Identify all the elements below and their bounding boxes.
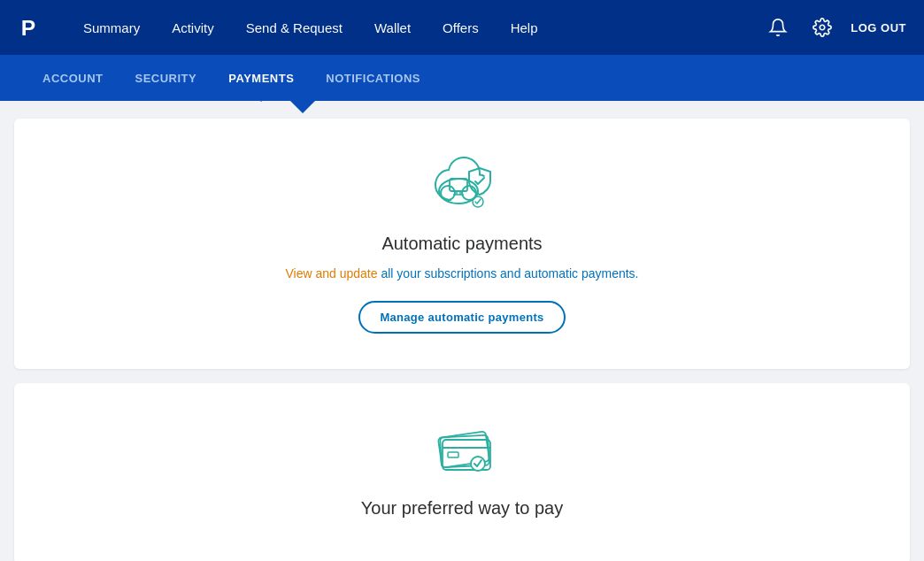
preferred-pay-card: Your preferred way to pay bbox=[14, 383, 910, 561]
automatic-payments-title: Automatic payments bbox=[381, 234, 542, 254]
automatic-payments-card: Automatic payments View and update all y… bbox=[14, 119, 910, 369]
svg-text:P: P bbox=[21, 16, 35, 40]
description-orange-text: View and update bbox=[286, 266, 381, 280]
main-content: Automatic payments View and update all y… bbox=[0, 101, 924, 561]
nav-offers[interactable]: Offers bbox=[427, 0, 495, 55]
automatic-payments-icon bbox=[427, 154, 497, 216]
nav-send-request[interactable]: Send & Request bbox=[230, 0, 358, 55]
sub-nav-payments[interactable]: PAYMENTS bbox=[212, 55, 310, 101]
logout-button[interactable]: LOG OUT bbox=[851, 21, 906, 35]
nav-summary[interactable]: Summary bbox=[67, 0, 156, 55]
nav-right: LOG OUT bbox=[762, 12, 906, 43]
svg-point-4 bbox=[441, 186, 455, 200]
sub-nav: ACCOUNT SECURITY PAYMENTS NOTIFICATIONS bbox=[0, 55, 924, 101]
svg-rect-16 bbox=[448, 452, 458, 457]
settings-icon-btn[interactable] bbox=[806, 12, 838, 43]
paypal-logo[interactable]: P bbox=[18, 12, 50, 43]
preferred-pay-icon bbox=[427, 419, 497, 480]
active-tab-arrow bbox=[290, 101, 315, 113]
sub-nav-account[interactable]: ACCOUNT bbox=[27, 55, 119, 101]
description-blue-text: all your subscriptions and automatic pay… bbox=[381, 266, 638, 280]
notifications-icon-btn[interactable] bbox=[762, 12, 794, 43]
top-nav: P Summary Activity Send & Request Wallet… bbox=[0, 0, 924, 55]
manage-automatic-payments-button[interactable]: Manage automatic payments bbox=[358, 301, 565, 334]
nav-wallet[interactable]: Wallet bbox=[358, 0, 427, 55]
svg-point-2 bbox=[820, 25, 826, 30]
nav-links: Summary Activity Send & Request Wallet O… bbox=[67, 0, 762, 55]
svg-rect-6 bbox=[450, 179, 467, 191]
nav-help[interactable]: Help bbox=[495, 0, 554, 55]
preferred-pay-title: Your preferred way to pay bbox=[361, 498, 563, 519]
nav-activity[interactable]: Activity bbox=[156, 0, 230, 55]
automatic-payments-description: View and update all your subscriptions a… bbox=[286, 265, 639, 283]
sub-nav-notifications[interactable]: NOTIFICATIONS bbox=[310, 55, 436, 101]
sub-nav-security[interactable]: SECURITY bbox=[119, 55, 213, 101]
